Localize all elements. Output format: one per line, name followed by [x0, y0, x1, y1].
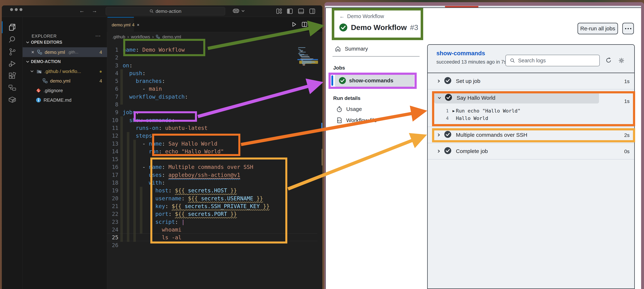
sidebar-item-summary[interactable]: Summary: [335, 46, 368, 52]
rerun-all-jobs-button[interactable]: Re-run all jobs: [578, 23, 618, 34]
workspace-header[interactable]: DEMO-ACTION: [26, 59, 61, 64]
scrollbar-warning-marker[interactable]: [322, 149, 322, 166]
breadcrumb[interactable]: .github › workflows › demo.yml: [112, 34, 181, 40]
code-line-2[interactable]: 2: [107, 54, 322, 62]
explorer-more-actions-icon[interactable]: ···: [95, 32, 101, 39]
code-line-9[interactable]: 9jobs:: [107, 108, 322, 116]
code-line-12[interactable]: 12 steps:: [107, 132, 322, 140]
window-minimize-button[interactable]: [15, 8, 18, 11]
code-line-13[interactable]: 13 - name: Say Hallo World: [107, 140, 322, 148]
extensions-view-icon[interactable]: [2, 70, 22, 82]
code-line-25[interactable]: 25 ls -al: [107, 234, 322, 241]
scrollbar-selection-marker[interactable]: [321, 123, 322, 129]
log-settings-gear-icon[interactable]: [618, 57, 625, 65]
breadcrumb-item[interactable]: .github: [112, 34, 125, 40]
sidebar-job-show-commands[interactable]: show-commands: [335, 74, 414, 87]
sidebar-item-label: Summary: [345, 46, 368, 52]
copilot-icon[interactable]: [232, 8, 240, 15]
code-line-7[interactable]: 7 workflow_dispatch:: [107, 93, 322, 100]
code-token: whoami: [162, 226, 182, 233]
log-line[interactable]: 1▶Run echo "Hallo World": [428, 107, 634, 114]
search-logs-input[interactable]: Search logs: [506, 55, 600, 66]
step-row[interactable]: Multiple commands over SSH: [428, 127, 634, 143]
code-line-3[interactable]: 3on:: [107, 62, 322, 69]
code-token: :: [172, 117, 175, 123]
code-line-18[interactable]: 18 with:: [107, 179, 322, 186]
step-row[interactable]: Set up job: [428, 73, 634, 89]
log-expand-icon[interactable]: ▶: [449, 109, 456, 113]
tree-item-gitignore[interactable]: .gitignore: [22, 86, 107, 95]
code-lines[interactable]: 1name: Demo Workflow23on:4 push:5 branch…: [107, 46, 322, 249]
tree-item-readme[interactable]: README.md: [22, 95, 107, 105]
code-token: username: [156, 195, 182, 202]
sidebar-item-usage[interactable]: Usage: [336, 106, 362, 112]
code-line-17[interactable]: 17 uses: appleboy/ssh-action@v1: [107, 171, 322, 179]
toggle-sidebar-icon[interactable]: [286, 8, 293, 15]
window-close-button[interactable]: [10, 8, 13, 11]
breadcrumb-separator-icon: ›: [152, 34, 154, 40]
minimap[interactable]: [298, 47, 318, 69]
code-line-6[interactable]: 6 - main: [107, 85, 322, 93]
chevron-down-icon: [437, 96, 442, 100]
code-line-14[interactable]: 14 run: echo "Hallo World": [107, 148, 322, 155]
tree-item-demo-yml[interactable]: demo.yml 4: [22, 76, 107, 86]
editor-more-actions-icon[interactable]: ···: [312, 21, 318, 28]
code-line-22[interactable]: 22 port: ${{ secrets.PORT }}: [107, 210, 322, 218]
nav-forward-icon[interactable]: →: [92, 8, 97, 14]
code-line-11[interactable]: 11 runs-on: ubuntu-latest: [107, 124, 322, 132]
code-line-26[interactable]: 26: [107, 241, 322, 249]
activity-bar: [2, 17, 22, 289]
sidebar-item-workflow-file[interactable]: Workflow file: [336, 117, 377, 124]
minimap-line: [300, 56, 309, 57]
run-workflow-icon[interactable]: [291, 21, 297, 28]
breadcrumb-item[interactable]: demo.yml: [162, 34, 181, 40]
run-options-kebab-button[interactable]: [622, 23, 634, 34]
split-editor-icon[interactable]: [302, 21, 308, 28]
toggle-secondary-sidebar-icon[interactable]: [309, 8, 316, 15]
open-editors-header[interactable]: OPEN EDITORS: [26, 40, 62, 45]
window-zoom-button[interactable]: [20, 8, 22, 11]
job-title[interactable]: show-commands: [436, 50, 485, 57]
code-line-23[interactable]: 23 script: |: [107, 218, 322, 226]
code-line-16[interactable]: 16 - name: Multiple commands over SSH: [107, 163, 322, 171]
code-line-21[interactable]: 21 key: ${{ secrets.SSH_PRIVATE_KEY }}: [107, 202, 322, 210]
code-line-19[interactable]: 19 host: ${{ secrets.HOST }}: [107, 186, 322, 194]
command-center-search[interactable]: demo-action: [106, 7, 225, 15]
customize-layout-icon[interactable]: [276, 8, 282, 15]
code-line-24[interactable]: 24 whoami: [107, 226, 322, 234]
search-view-icon[interactable]: [2, 34, 22, 46]
tab-close-icon[interactable]: ×: [137, 22, 139, 28]
code-line-4[interactable]: 4 push:: [107, 69, 322, 77]
toggle-panel-icon[interactable]: [298, 8, 304, 15]
nav-back-icon[interactable]: ←: [79, 8, 84, 14]
log-line[interactable]: 4Hallo World: [428, 114, 634, 122]
workflow-view-icon[interactable]: [2, 82, 22, 94]
code-line-15[interactable]: 15: [107, 155, 322, 163]
code-token: [123, 211, 156, 217]
explorer-view-icon[interactable]: [2, 21, 22, 33]
minimap-line: [299, 50, 301, 50]
minimap-line: [302, 61, 312, 61]
search-icon: [150, 9, 154, 13]
code-token: :: [175, 219, 182, 225]
code-line-1[interactable]: 1name: Demo Workflow: [107, 46, 322, 54]
search-value: demo-action: [156, 8, 182, 14]
refresh-icon[interactable]: [605, 57, 612, 64]
step-row[interactable]: Complete job: [428, 143, 634, 159]
tree-item-github-workflows[interactable]: .github / workflo... ●: [22, 66, 107, 76]
code-line-5[interactable]: 5 branches:: [107, 77, 322, 85]
stopwatch-icon: [336, 106, 342, 112]
code-line-20[interactable]: 20 username: ${{ secrets.USERNAME }}: [107, 194, 322, 202]
open-editor-item[interactable]: × demo.yml .gith... 4: [22, 47, 107, 57]
tab-demo-yml[interactable]: demo.yml 4 ×: [108, 17, 134, 32]
source-control-view-icon[interactable]: [2, 46, 22, 58]
run-debug-view-icon[interactable]: [2, 58, 22, 70]
code-line-8[interactable]: 8: [107, 100, 322, 108]
back-link[interactable]: ← Demo Workflow: [339, 13, 384, 19]
breadcrumb-item[interactable]: workflows: [131, 34, 150, 40]
container-view-icon[interactable]: [2, 94, 22, 106]
step-row[interactable]: Say Hallo World: [434, 92, 599, 104]
chevron-down-icon[interactable]: [241, 10, 245, 13]
close-editor-icon[interactable]: ×: [31, 49, 34, 55]
code-line-10[interactable]: 10 show-commands:: [107, 116, 322, 124]
